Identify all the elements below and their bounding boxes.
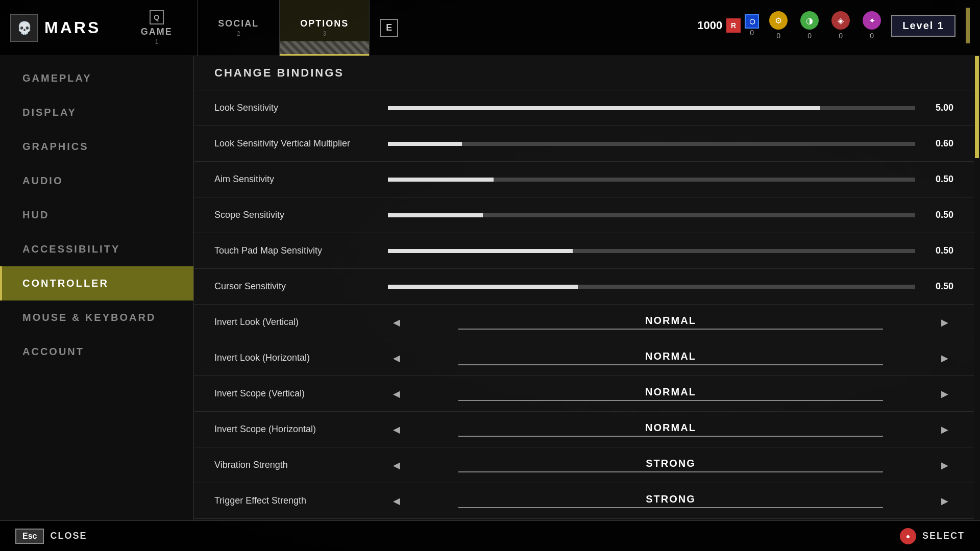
tab-extra[interactable]: E <box>370 0 408 56</box>
tab-game-num: 1 <box>155 38 158 45</box>
nav-indicator-bar <box>966 8 970 43</box>
setting-vibration-strength: Vibration Strength ◀ STRONG ▶ <box>194 447 974 483</box>
aim-sensitivity-track[interactable] <box>388 178 915 182</box>
setting-invert-scope-vertical: Invert Scope (Vertical) ◀ NORMAL ▶ <box>194 376 974 412</box>
trigger-effect-strength-container: STRONG <box>405 493 936 508</box>
touchpad-sensitivity-track[interactable] <box>388 249 915 253</box>
look-vertical-value: 0.60 <box>923 138 953 149</box>
cursor-sensitivity-track[interactable] <box>388 285 915 289</box>
gear-icon: ⚙ <box>769 11 788 30</box>
hud-icons: ⚙ 0 ◑ 0 ◈ 0 ✦ 0 <box>769 11 881 40</box>
invert-look-vertical-prev[interactable]: ◀ <box>388 314 405 331</box>
tab-options-num: 3 <box>323 30 326 37</box>
invert-scope-horizontal-underline <box>458 436 883 437</box>
invert-look-horizontal-container: NORMAL <box>405 350 936 365</box>
vibration-strength-next[interactable]: ▶ <box>936 457 953 473</box>
setting-invert-look-horizontal-label: Invert Look (Horizontal) <box>214 353 388 363</box>
invert-look-horizontal-value: NORMAL <box>645 350 696 362</box>
close-label: CLOSE <box>50 531 87 541</box>
setting-look-vertical-control[interactable]: 0.60 <box>388 138 953 149</box>
tab-options[interactable]: OPTIONS 3 <box>280 0 370 56</box>
vibration-strength-prev[interactable]: ◀ <box>388 457 405 473</box>
vibration-strength-select: ◀ STRONG ▶ <box>388 457 953 473</box>
hud-icon-gear: ⚙ 0 <box>769 11 788 40</box>
aim-sensitivity-fill <box>388 178 494 182</box>
currency-icon-r: R <box>726 18 741 33</box>
setting-invert-scope-vertical-control: ◀ NORMAL ▶ <box>388 386 953 402</box>
setting-look-sensitivity-label: Look Sensitivity <box>214 103 388 113</box>
sidebar-item-graphics[interactable]: GRAPHICS <box>0 130 193 164</box>
setting-cursor-sensitivity-control[interactable]: 0.50 <box>388 281 953 292</box>
touchpad-sensitivity-fill <box>388 249 573 253</box>
invert-look-vertical-value: NORMAL <box>645 315 696 327</box>
section-header: CHANGE BINDINGS <box>194 56 974 90</box>
invert-scope-vertical-container: NORMAL <box>405 386 936 401</box>
select-hint: ● SELECT <box>900 528 965 544</box>
trigger-effect-strength-prev[interactable]: ◀ <box>388 493 405 509</box>
tab-game[interactable]: Q GAME 1 <box>116 0 198 56</box>
invert-scope-vertical-select: ◀ NORMAL ▶ <box>388 386 953 402</box>
esc-key-badge: Esc <box>15 529 44 544</box>
setting-touchpad-sensitivity: Touch Pad Map Sensitivity 0.50 <box>194 233 974 269</box>
vibration-strength-underline <box>458 471 883 472</box>
hud-section: 1000 R ⬡ 0 ⚙ 0 ◑ 0 ◈ 0 ✦ 0 <box>697 8 970 43</box>
currency-value: 1000 <box>697 19 722 32</box>
look-sensitivity-value: 5.00 <box>923 103 953 113</box>
cursor-sensitivity-fill <box>388 285 578 289</box>
setting-look-sensitivity: Look Sensitivity 5.00 <box>194 90 974 126</box>
sidebar-item-mouse-keyboard[interactable]: MOUSE & KEYBOARD <box>0 300 193 335</box>
invert-scope-horizontal-next[interactable]: ▶ <box>936 421 953 438</box>
bottom-bar: Esc CLOSE ● SELECT <box>0 520 980 551</box>
look-sensitivity-track[interactable] <box>388 106 915 110</box>
scope-sensitivity-value: 0.50 <box>923 210 953 220</box>
trigger-effect-strength-next[interactable]: ▶ <box>936 493 953 509</box>
invert-look-horizontal-prev[interactable]: ◀ <box>388 350 405 366</box>
invert-scope-vertical-next[interactable]: ▶ <box>936 386 953 402</box>
setting-vibration-strength-label: Vibration Strength <box>214 460 388 470</box>
setting-invert-look-horizontal-control: ◀ NORMAL ▶ <box>388 350 953 366</box>
sidebar-item-accessibility[interactable]: ACCESSIBILITY <box>0 232 193 266</box>
invert-look-vertical-next[interactable]: ▶ <box>936 314 953 331</box>
trigger-effect-strength-underline <box>458 507 883 508</box>
setting-invert-look-vertical-label: Invert Look (Vertical) <box>214 317 388 328</box>
invert-scope-horizontal-container: NORMAL <box>405 422 936 437</box>
setting-invert-scope-horizontal-label: Invert Scope (Horizontal) <box>214 424 388 435</box>
main-content: GAMEPLAY DISPLAY GRAPHICS AUDIO HUD ACCE… <box>0 56 980 520</box>
invert-scope-horizontal-prev[interactable]: ◀ <box>388 421 405 438</box>
aim-sensitivity-value: 0.50 <box>923 174 953 185</box>
hud-half-val: 0 <box>807 32 812 40</box>
level-badge: Level 1 <box>891 15 955 37</box>
sidebar-item-gameplay[interactable]: GAMEPLAY <box>0 61 193 95</box>
currency-icon-sub: ⬡ <box>745 14 759 29</box>
scope-sensitivity-track[interactable] <box>388 213 915 217</box>
settings-panel[interactable]: CHANGE BINDINGS Look Sensitivity 5.00 Lo… <box>194 56 974 520</box>
setting-aim-sensitivity-control[interactable]: 0.50 <box>388 174 953 185</box>
setting-invert-scope-vertical-label: Invert Scope (Vertical) <box>214 388 388 399</box>
setting-touchpad-sensitivity-control[interactable]: 0.50 <box>388 245 953 256</box>
tab-game-key: Q <box>150 10 164 24</box>
setting-scope-sensitivity-control[interactable]: 0.50 <box>388 210 953 220</box>
setting-look-vertical-label: Look Sensitivity Vertical Multiplier <box>214 138 388 149</box>
top-navigation-bar: 💀 MARS Q GAME 1 SOCIAL 2 OPTIONS 3 E 100… <box>0 0 980 56</box>
setting-look-sensitivity-control[interactable]: 5.00 <box>388 103 953 113</box>
hud-icon-diamond: ◈ 0 <box>831 11 850 40</box>
setting-aim-sensitivity: Aim Sensitivity 0.50 <box>194 162 974 197</box>
scroll-indicator[interactable] <box>974 56 980 520</box>
hud-icon-half: ◑ 0 <box>800 11 819 40</box>
hud-diamond-val: 0 <box>839 32 843 40</box>
vibration-strength-container: STRONG <box>405 458 936 472</box>
look-vertical-track[interactable] <box>388 142 915 146</box>
sidebar-item-controller[interactable]: CONTROLLER <box>0 266 193 300</box>
sidebar-item-audio[interactable]: AUDIO <box>0 164 193 198</box>
tab-social[interactable]: SOCIAL 2 <box>198 0 280 56</box>
sidebar-item-hud[interactable]: HUD <box>0 198 193 232</box>
invert-scope-horizontal-value: NORMAL <box>645 422 696 434</box>
sidebar-item-display[interactable]: DISPLAY <box>0 95 193 130</box>
sidebar-item-account[interactable]: ACCOUNT <box>0 335 193 369</box>
setting-invert-look-vertical-control: ◀ NORMAL ▶ <box>388 314 953 331</box>
invert-scope-vertical-prev[interactable]: ◀ <box>388 386 405 402</box>
hud-star-val: 0 <box>870 32 874 40</box>
invert-look-horizontal-next[interactable]: ▶ <box>936 350 953 366</box>
invert-scope-vertical-underline <box>458 400 883 401</box>
tab-options-label: OPTIONS <box>300 18 349 29</box>
